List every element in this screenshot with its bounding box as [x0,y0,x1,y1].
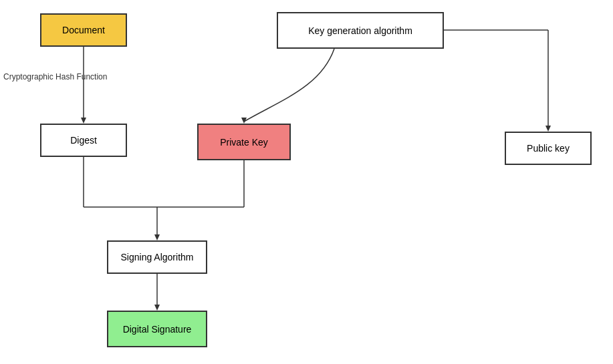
digital-signature-box: Digital Signature [107,311,207,347]
svg-marker-5 [545,126,551,132]
svg-marker-10 [154,234,160,240]
arrows-svg [0,0,613,364]
key-gen-label: Key generation algorithm [308,25,412,36]
svg-marker-2 [241,118,247,124]
svg-marker-1 [81,118,86,124]
key-gen-box: Key generation algorithm [277,12,444,49]
private-key-box: Private Key [197,124,291,160]
document-label: Document [62,25,105,35]
digest-label: Digest [70,135,97,146]
public-key-box: Public key [505,132,592,165]
private-key-label: Private Key [220,137,268,148]
digital-sig-label: Digital Signature [123,324,192,335]
hash-function-label: Cryptographic Hash Function [3,72,107,81]
diagram: Cryptographic Hash Function Document Key… [0,0,613,364]
document-box: Document [40,13,127,47]
public-key-label: Public key [527,143,570,154]
signing-algorithm-box: Signing Algorithm [107,240,207,274]
signing-label: Signing Algorithm [121,252,194,262]
svg-marker-12 [154,305,160,311]
digest-box: Digest [40,124,127,157]
